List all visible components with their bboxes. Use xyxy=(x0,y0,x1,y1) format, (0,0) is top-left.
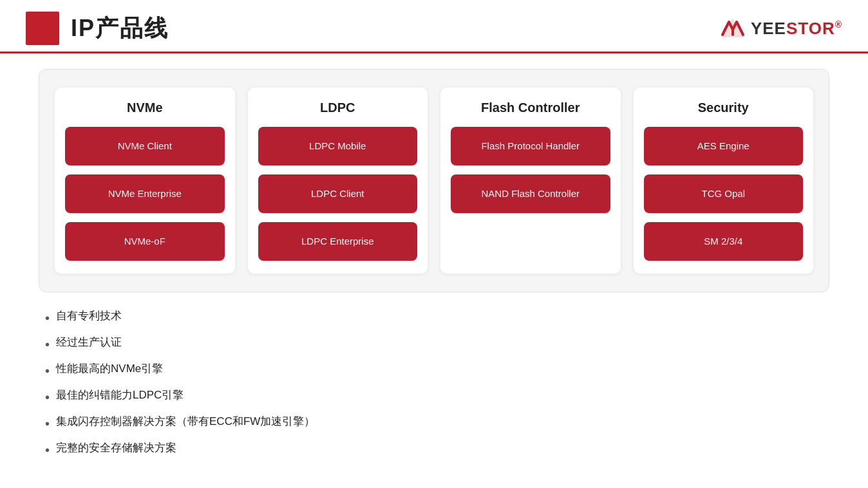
bullet-text: 最佳的纠错能力LDPC引擎 xyxy=(56,387,184,404)
bullets-section: •自有专利技术•经过生产认证•性能最高的NVMe引擎•最佳的纠错能力LDPC引擎… xyxy=(39,308,829,460)
bullet-dot: • xyxy=(45,308,50,328)
bullet-item: •完整的安全存储解决方案 xyxy=(45,440,823,460)
bullet-text: 集成闪存控制器解决方案（带有ECC和FW加速引擎） xyxy=(56,413,315,430)
bullet-item: •自有专利技术 xyxy=(45,308,823,328)
card-items-security: AES EngineTCG OpalSM 2/3/4 xyxy=(644,127,804,261)
bullet-dot: • xyxy=(45,388,50,407)
card-nvme: NVMeNVMe ClientNVMe EnterpriseNVMe-oF xyxy=(55,88,235,274)
logo-dark-text: YEE xyxy=(751,19,786,38)
card-item: LDPC Mobile xyxy=(258,127,418,165)
card-ldpc: LDPCLDPC MobileLDPC ClientLDPC Enterpris… xyxy=(248,88,428,274)
card-security: SecurityAES EngineTCG OpalSM 2/3/4 xyxy=(634,88,814,274)
card-title-ldpc: LDPC xyxy=(258,100,418,115)
bullet-text: 自有专利技术 xyxy=(56,308,122,324)
card-item: NVMe-oF xyxy=(65,222,225,261)
card-item: LDPC Client xyxy=(258,174,418,213)
logo-area: YEESTOR® xyxy=(720,17,842,40)
card-title-nvme: NVMe xyxy=(65,100,225,115)
card-item: TCG Opal xyxy=(644,174,804,213)
main-content: NVMeNVMe ClientNVMe EnterpriseNVMe-oFLDP… xyxy=(0,53,868,479)
card-item: LDPC Enterprise xyxy=(258,222,418,261)
card-items-nvme: NVMe ClientNVMe EnterpriseNVMe-oF xyxy=(65,127,225,261)
card-item: Flash Protocol Handler xyxy=(451,127,610,165)
red-square-decoration xyxy=(26,12,59,45)
card-item: SM 2/3/4 xyxy=(644,222,804,261)
bullet-text: 完整的安全存储解决方案 xyxy=(56,440,176,456)
bullet-dot: • xyxy=(45,335,50,354)
bullet-dot: • xyxy=(45,361,50,380)
card-title-flash-controller: Flash Controller xyxy=(451,100,610,115)
card-items-flash-controller: Flash Protocol HandlerNAND Flash Control… xyxy=(451,127,610,213)
logo-registered: ® xyxy=(835,19,842,30)
bullet-item: •经过生产认证 xyxy=(45,334,823,354)
bullet-text: 性能最高的NVMe引擎 xyxy=(56,361,163,377)
card-flash-controller: Flash ControllerFlash Protocol HandlerNA… xyxy=(440,88,621,274)
bullet-dot: • xyxy=(45,414,50,433)
card-item: NVMe Client xyxy=(65,127,225,165)
bullet-item: •最佳的纠错能力LDPC引擎 xyxy=(45,387,823,407)
bullet-item: •集成闪存控制器解决方案（带有ECC和FW加速引擎） xyxy=(45,413,823,433)
logo-text: YEESTOR® xyxy=(751,19,842,39)
card-item: AES Engine xyxy=(644,127,804,165)
header: IP产品线 YEESTOR® xyxy=(0,0,868,52)
bullet-text: 经过生产认证 xyxy=(56,334,122,351)
yeestor-logo-icon xyxy=(720,17,746,40)
page-title: IP产品线 xyxy=(71,13,169,44)
cards-container: NVMeNVMe ClientNVMe EnterpriseNVMe-oFLDP… xyxy=(39,69,829,292)
header-left: IP产品线 xyxy=(26,12,169,45)
card-title-security: Security xyxy=(644,100,804,115)
card-items-ldpc: LDPC MobileLDPC ClientLDPC Enterprise xyxy=(258,127,418,261)
bullet-item: •性能最高的NVMe引擎 xyxy=(45,361,823,380)
logo-red-text: STOR xyxy=(786,19,835,38)
bullet-dot: • xyxy=(45,440,50,460)
card-item: NAND Flash Controller xyxy=(451,174,610,213)
card-item: NVMe Enterprise xyxy=(65,174,225,213)
